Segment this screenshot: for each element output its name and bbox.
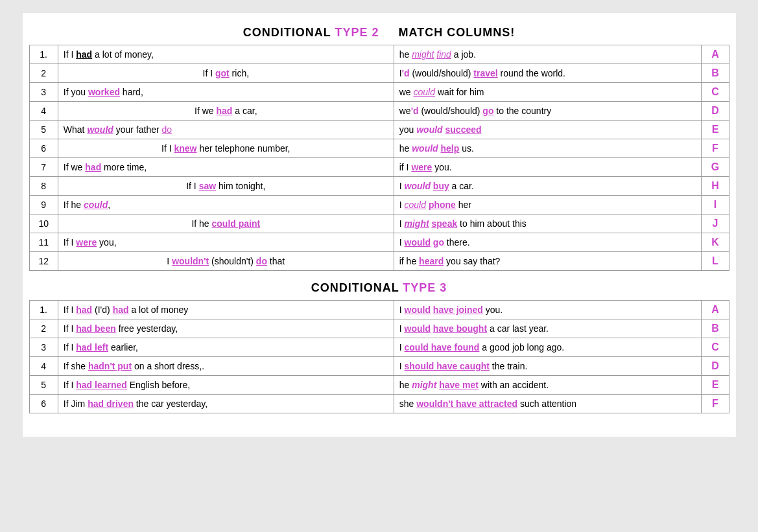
letter-cell: K [702,233,729,252]
right-cell: I would go there. [394,233,702,252]
right-cell: you would succeed [394,121,702,139]
letter-cell: F [702,395,729,413]
right-cell: if he heard you say that? [394,252,702,271]
letter-cell: H [702,177,729,196]
type-num-1: 2 [372,26,379,39]
table-row: 8 If I saw him tonight, I would buy a ca… [29,177,729,196]
row-num: 4 [29,357,58,376]
row-num: 5 [29,121,58,139]
left-cell: If I had been free yesterday, [58,319,394,338]
left-cell: What would your father do [58,121,394,139]
letter-cell: E [702,376,729,395]
table-row: 2 If I got rich, I'd (would/should) trav… [29,64,729,83]
table-row: 10 If he could paint I might speak to hi… [29,214,729,233]
row-num: 6 [29,139,58,158]
type-num-2: 3 [440,281,447,294]
row-num: 9 [29,196,58,214]
row-num: 2 [29,319,58,338]
left-cell: If I got rich, [58,64,394,83]
left-cell: If we had a car, [58,102,394,121]
right-cell: I should have caught the train. [394,357,702,376]
table-row: 6 If I knew her telephone number, he wou… [29,139,729,158]
right-cell: I would have joined you. [394,301,702,319]
letter-cell: A [702,301,729,319]
right-cell: I'd (would/should) travel round the worl… [394,64,702,83]
letter-cell: E [702,121,729,139]
table-row: 7 If we had more time, if I were you. G [29,158,729,177]
table-row: 2 If I had been free yesterday, I would … [29,319,729,338]
left-cell: If she hadn't put on a short dress,. [58,357,394,376]
letter-cell: A [702,45,729,64]
left-cell: If I had learned English before, [58,376,394,395]
row-num: 12 [29,252,58,271]
section1-table: 1. If I had a lot of money, he might fin… [29,45,729,271]
letter-cell: D [702,357,729,376]
left-cell: If I saw him tonight, [58,177,394,196]
left-cell: I wouldn't (shouldn't) do that [58,252,394,271]
table-row: 3 If you worked hard, we could wait for … [29,83,729,102]
table-row: 4 If she hadn't put on a short dress,. I… [29,357,729,376]
left-cell: If he could, [58,196,394,214]
right-cell: he might have met with an accident. [394,376,702,395]
left-cell: If we had more time, [58,158,394,177]
letter-cell: F [702,139,729,158]
right-cell: she wouldn't have attracted such attenti… [394,395,702,413]
table-row: 11 If I were you, I would go there. K [29,233,729,252]
table-row: 9 If he could, I could phone her I [29,196,729,214]
table-row: 3 If I had left earlier, I could have fo… [29,338,729,357]
left-cell: If he could paint [58,214,394,233]
letter-cell: B [702,319,729,338]
row-num: 6 [29,395,58,413]
letter-cell: J [702,214,729,233]
section2-title: CONDITIONAL TYPE 3 [29,281,729,295]
row-num: 5 [29,376,58,395]
row-num: 10 [29,214,58,233]
letter-cell: G [702,158,729,177]
row-num: 3 [29,338,58,357]
section2-table: 1. If I had (I'd) had a lot of money I w… [29,300,729,413]
right-cell: I might speak to him about this [394,214,702,233]
table-row: 5 If I had learned English before, he mi… [29,376,729,395]
letter-cell: D [702,102,729,121]
table-row: 12 I wouldn't (shouldn't) do that if he … [29,252,729,271]
row-num: 2 [29,64,58,83]
letter-cell: B [702,64,729,83]
table-row: 4 If we had a car, we'd (would/should) g… [29,102,729,121]
right-cell: he would help us. [394,139,702,158]
table-row: 1. If I had a lot of money, he might fin… [29,45,729,64]
page: CONDITIONAL TYPE 2 MATCH COLUMNS! 1. If … [23,13,736,437]
row-num: 1. [29,301,58,319]
row-num: 7 [29,158,58,177]
row-num: 11 [29,233,58,252]
letter-cell: C [702,338,729,357]
right-cell: he might find a job. [394,45,702,64]
right-cell: I would buy a car. [394,177,702,196]
left-cell: If you worked hard, [58,83,394,102]
type-label-1: TYPE [335,26,368,39]
row-num: 4 [29,102,58,121]
row-num: 8 [29,177,58,196]
left-cell: If I were you, [58,233,394,252]
right-cell: we could wait for him [394,83,702,102]
row-num: 3 [29,83,58,102]
table-row: 5 What would your father do you would su… [29,121,729,139]
row-num: 1. [29,45,58,64]
left-cell: If Jim had driven the car yesterday, [58,395,394,413]
right-cell: I could have found a good job long ago. [394,338,702,357]
table-row: 6 If Jim had driven the car yesterday, s… [29,395,729,413]
table-row: 1. If I had (I'd) had a lot of money I w… [29,301,729,319]
right-cell: we'd (would/should) go to the country [394,102,702,121]
section1-title: CONDITIONAL TYPE 2 MATCH COLUMNS! [29,26,729,40]
letter-cell: I [702,196,729,214]
right-cell: I would have bought a car last year. [394,319,702,338]
letter-cell: C [702,83,729,102]
left-cell: If I had a lot of money, [58,45,394,64]
right-cell: if I were you. [394,158,702,177]
left-cell: If I had left earlier, [58,338,394,357]
right-cell: I could phone her [394,196,702,214]
left-cell: If I had (I'd) had a lot of money [58,301,394,319]
type-label-2: TYPE [403,281,436,294]
left-cell: If I knew her telephone number, [58,139,394,158]
letter-cell: L [702,252,729,271]
